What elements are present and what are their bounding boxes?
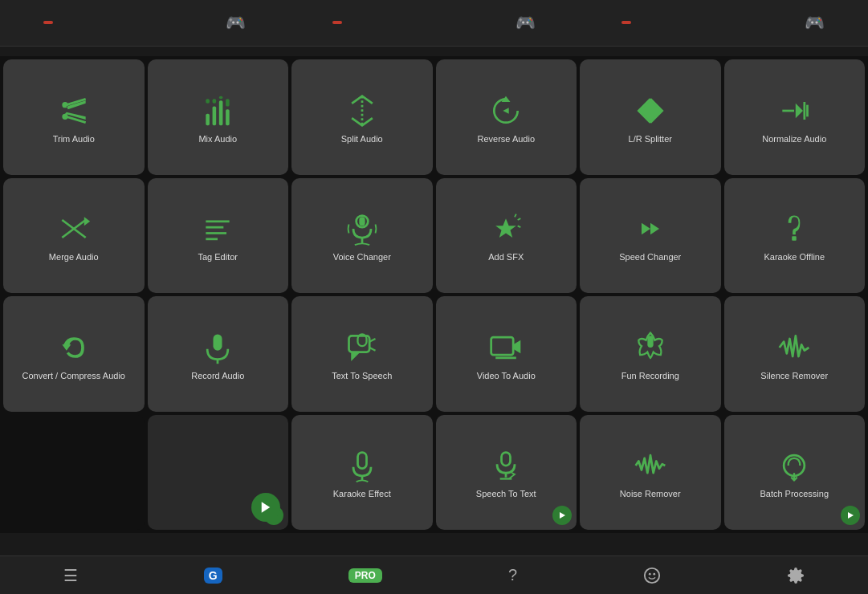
record-audio-label: Record Audio (189, 370, 246, 381)
grid-item-voice-changer[interactable]: Voice Changer (291, 178, 433, 294)
speed-changer-icon (633, 211, 668, 246)
svg-point-50 (654, 572, 656, 575)
merge-audio-label: Merge Audio (47, 251, 100, 262)
face-button[interactable] (643, 567, 661, 584)
grid-item-silence-remover[interactable]: Silence Remover (724, 296, 866, 412)
tag-editor-icon (200, 211, 235, 246)
settings-button[interactable] (787, 567, 805, 584)
grid-item-mix-audio[interactable]: Mix Audio (148, 59, 289, 175)
speech-to-text-icon (488, 448, 524, 483)
lr-splitter-icon (633, 93, 668, 128)
svg-rect-7 (213, 99, 217, 103)
video-to-audio-label: Video To Audio (475, 370, 537, 381)
svg-rect-2 (206, 113, 210, 125)
svg-marker-17 (84, 217, 90, 226)
svg-marker-35 (513, 340, 520, 353)
grid-item-add-sfx[interactable]: Add SFX (436, 178, 577, 294)
fun-recording-icon (633, 330, 668, 365)
karaoke-offline-label: Karaoke Offline (762, 251, 826, 262)
menu-button[interactable]: ☰ (63, 566, 78, 585)
voice-changer-icon (344, 211, 380, 246)
silence-remover-icon (776, 330, 812, 365)
games-item-1[interactable]: 🎮 (226, 13, 246, 34)
grid-item-trim-audio[interactable]: Trim Audio (3, 59, 145, 175)
ads-badge-2 (332, 21, 342, 24)
svg-marker-47 (848, 512, 854, 519)
gamepad-icon-3: 🎮 (805, 13, 825, 32)
mix-audio-label: Mix Audio (197, 133, 238, 144)
grid-item-batch-processing[interactable]: Batch Processing (724, 415, 866, 531)
grid-item-speed-changer[interactable]: Speed Changer (580, 178, 721, 294)
grid-item-tag-editor[interactable]: Tag Editor (148, 178, 289, 294)
grid-item-partial-left-bottom[interactable] (3, 415, 145, 531)
svg-rect-42 (502, 453, 511, 466)
grid-item-karaoke-effect[interactable]: Karaoke Effect (291, 415, 433, 531)
ads-item-2[interactable] (332, 21, 342, 26)
svg-marker-26 (650, 223, 659, 235)
tag-editor-label: Tag Editor (196, 251, 239, 262)
normalize-audio-icon (776, 93, 812, 128)
svg-rect-40 (357, 453, 366, 469)
grid-item-play-item[interactable] (148, 415, 289, 531)
grid-item-karaoke-offline[interactable]: Karaoke Offline (724, 178, 866, 294)
games-item-3[interactable]: 🎮 (805, 13, 825, 34)
svg-rect-5 (226, 109, 230, 125)
help-button[interactable]: ? (508, 566, 517, 584)
convert-compress-icon (56, 330, 92, 365)
normalize-audio-label: Normalize Audio (760, 133, 828, 144)
gamepad-icon-2: 🎮 (516, 13, 536, 32)
video-to-audio-icon (488, 330, 524, 365)
svg-rect-28 (214, 334, 222, 350)
games-item-2[interactable]: 🎮 (516, 13, 536, 34)
subtitle (0, 47, 868, 56)
translate-button[interactable]: G (204, 568, 222, 584)
add-sfx-label: Add SFX (487, 251, 525, 262)
fun-recording-label: Fun Recording (620, 370, 681, 381)
lr-splitter-label: L/R Splitter (627, 133, 674, 144)
batch-processing-play-badge[interactable] (841, 506, 860, 525)
svg-rect-34 (491, 337, 514, 355)
svg-marker-25 (642, 223, 650, 235)
grid-item-lr-splitter[interactable]: L/R Splitter (580, 59, 721, 175)
split-audio-icon (344, 93, 380, 128)
silence-remover-label: Silence Remover (759, 370, 829, 381)
grid-item-noise-remover[interactable]: Noise Remover (580, 415, 721, 531)
grid-item-video-to-audio[interactable]: Video To Audio (436, 296, 577, 412)
convert-compress-label: Convert / Compress Audio (21, 370, 127, 381)
noise-remover-icon (633, 448, 668, 483)
voice-changer-label: Voice Changer (332, 251, 393, 262)
ads-item-1[interactable] (43, 21, 53, 26)
text-to-speech-icon (344, 330, 380, 365)
grid-item-convert-compress[interactable]: Convert / Compress Audio (3, 296, 145, 412)
grid-item-speech-to-text[interactable]: Speech To Text (436, 415, 577, 531)
noise-remover-label: Noise Remover (618, 488, 683, 499)
speech-to-text-label: Speech To Text (475, 488, 538, 499)
grid-item-normalize-audio[interactable]: Normalize Audio (724, 59, 866, 175)
svg-point-49 (649, 572, 651, 575)
ads-item-3[interactable] (621, 21, 631, 26)
batch-processing-icon (776, 448, 812, 483)
split-audio-label: Split Audio (340, 133, 385, 144)
top-bar: 🎮 🎮 🎮 (0, 0, 868, 47)
grid-item-fun-recording[interactable]: Fun Recording (580, 296, 721, 412)
reverse-audio-label: Reverse Audio (475, 133, 536, 144)
grid-item-text-to-speech[interactable]: Text To Speech (291, 296, 433, 412)
speed-changer-label: Speed Changer (617, 251, 683, 262)
trim-audio-icon (56, 93, 92, 128)
bottom-bar: ☰ G PRO ? (0, 555, 868, 594)
batch-processing-label: Batch Processing (758, 488, 830, 499)
big-play-button[interactable] (251, 493, 280, 522)
svg-rect-8 (219, 96, 223, 99)
add-sfx-icon (488, 211, 524, 246)
ads-badge-1 (43, 21, 53, 24)
mix-audio-icon (200, 93, 235, 128)
grid-item-reverse-audio[interactable]: Reverse Audio (436, 59, 577, 175)
svg-rect-23 (359, 217, 365, 226)
grid-item-split-audio[interactable]: Split Audio (291, 59, 433, 175)
grid-item-record-audio[interactable]: Record Audio (148, 296, 289, 412)
svg-rect-6 (206, 99, 210, 103)
pro-button[interactable]: PRO (348, 568, 382, 583)
text-to-speech-label: Text To Speech (330, 370, 393, 381)
grid-item-merge-audio[interactable]: Merge Audio (3, 178, 145, 294)
speech-to-text-play-badge[interactable] (552, 506, 572, 525)
